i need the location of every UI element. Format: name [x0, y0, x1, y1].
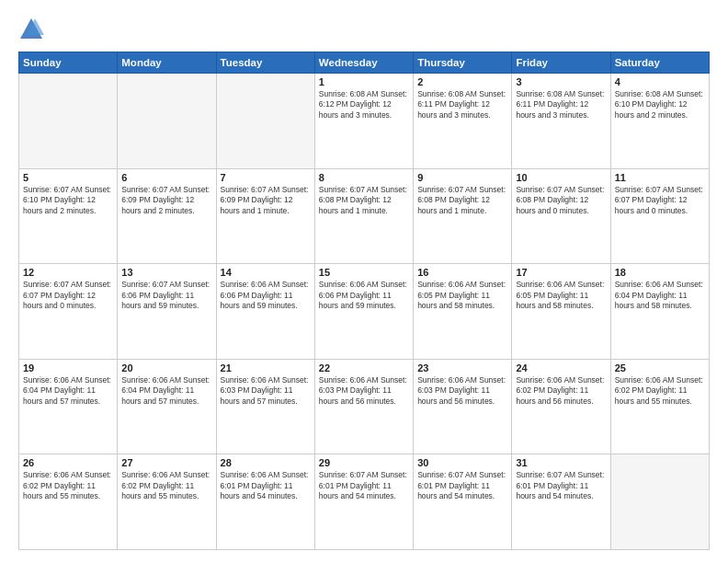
day-number: 16 [417, 267, 507, 278]
day-cell: 31Sunrise: 6:07 AM Sunset: 6:01 PM Dayli… [512, 454, 610, 550]
day-info: Sunrise: 6:07 AM Sunset: 6:01 PM Dayligh… [417, 470, 507, 501]
day-number: 26 [23, 457, 113, 468]
day-cell: 24Sunrise: 6:06 AM Sunset: 6:02 PM Dayli… [512, 359, 610, 454]
day-cell [610, 454, 709, 550]
day-cell: 25Sunrise: 6:06 AM Sunset: 6:02 PM Dayli… [610, 359, 709, 454]
day-info: Sunrise: 6:07 AM Sunset: 6:06 PM Dayligh… [121, 280, 211, 311]
day-cell: 12Sunrise: 6:07 AM Sunset: 6:07 PM Dayli… [19, 264, 118, 360]
day-info: Sunrise: 6:07 AM Sunset: 6:01 PM Dayligh… [516, 470, 606, 501]
day-number: 21 [221, 362, 311, 373]
day-number: 28 [221, 457, 311, 468]
day-cell: 4Sunrise: 6:08 AM Sunset: 6:10 PM Daylig… [610, 74, 709, 169]
day-info: Sunrise: 6:07 AM Sunset: 6:09 PM Dayligh… [221, 185, 311, 216]
day-cell: 27Sunrise: 6:06 AM Sunset: 6:02 PM Dayli… [118, 454, 216, 550]
day-info: Sunrise: 6:06 AM Sunset: 6:06 PM Dayligh… [221, 280, 311, 311]
day-number: 2 [417, 76, 507, 87]
day-number: 25 [615, 362, 705, 373]
day-cell: 23Sunrise: 6:06 AM Sunset: 6:03 PM Dayli… [414, 359, 512, 454]
day-number: 27 [121, 457, 211, 468]
day-cell: 14Sunrise: 6:06 AM Sunset: 6:06 PM Dayli… [216, 264, 314, 360]
day-info: Sunrise: 6:07 AM Sunset: 6:10 PM Dayligh… [23, 185, 113, 216]
weekday-header-row: SundayMondayTuesdayWednesdayThursdayFrid… [19, 52, 710, 74]
day-cell: 6Sunrise: 6:07 AM Sunset: 6:09 PM Daylig… [118, 168, 216, 264]
day-info: Sunrise: 6:06 AM Sunset: 6:04 PM Dayligh… [121, 375, 211, 407]
day-info: Sunrise: 6:06 AM Sunset: 6:03 PM Dayligh… [417, 375, 507, 407]
week-row-1: 1Sunrise: 6:08 AM Sunset: 6:12 PM Daylig… [19, 74, 710, 169]
day-cell: 7Sunrise: 6:07 AM Sunset: 6:09 PM Daylig… [216, 168, 314, 264]
day-info: Sunrise: 6:07 AM Sunset: 6:08 PM Dayligh… [319, 185, 409, 216]
day-number: 19 [23, 362, 113, 373]
day-number: 23 [417, 362, 507, 373]
weekday-friday: Friday [512, 52, 610, 74]
day-info: Sunrise: 6:06 AM Sunset: 6:05 PM Dayligh… [417, 280, 507, 311]
day-number: 5 [23, 172, 113, 183]
day-info: Sunrise: 6:08 AM Sunset: 6:11 PM Dayligh… [516, 89, 606, 121]
day-number: 7 [221, 172, 311, 183]
day-cell [118, 74, 216, 169]
day-cell: 11Sunrise: 6:07 AM Sunset: 6:07 PM Dayli… [610, 168, 709, 264]
logo-icon [18, 17, 44, 42]
weekday-tuesday: Tuesday [216, 52, 314, 74]
day-number: 4 [615, 76, 705, 87]
day-cell: 8Sunrise: 6:07 AM Sunset: 6:08 PM Daylig… [314, 168, 413, 264]
day-info: Sunrise: 6:08 AM Sunset: 6:10 PM Dayligh… [615, 89, 705, 121]
day-number: 15 [319, 267, 409, 278]
day-info: Sunrise: 6:08 AM Sunset: 6:12 PM Dayligh… [319, 89, 409, 121]
day-info: Sunrise: 6:06 AM Sunset: 6:03 PM Dayligh… [221, 375, 311, 407]
day-info: Sunrise: 6:08 AM Sunset: 6:11 PM Dayligh… [417, 89, 507, 121]
day-number: 17 [516, 267, 606, 278]
day-number: 3 [516, 76, 606, 87]
day-info: Sunrise: 6:07 AM Sunset: 6:07 PM Dayligh… [23, 280, 113, 311]
day-info: Sunrise: 6:06 AM Sunset: 6:02 PM Dayligh… [121, 470, 211, 501]
day-cell: 3Sunrise: 6:08 AM Sunset: 6:11 PM Daylig… [512, 74, 610, 169]
day-number: 6 [121, 172, 211, 183]
day-info: Sunrise: 6:07 AM Sunset: 6:01 PM Dayligh… [319, 470, 409, 501]
day-cell: 13Sunrise: 6:07 AM Sunset: 6:06 PM Dayli… [118, 264, 216, 360]
day-cell: 5Sunrise: 6:07 AM Sunset: 6:10 PM Daylig… [19, 168, 118, 264]
day-number: 29 [319, 457, 409, 468]
day-number: 22 [319, 362, 409, 373]
day-cell: 21Sunrise: 6:06 AM Sunset: 6:03 PM Dayli… [216, 359, 314, 454]
weekday-monday: Monday [118, 52, 216, 74]
week-row-5: 26Sunrise: 6:06 AM Sunset: 6:02 PM Dayli… [19, 454, 710, 550]
page: SundayMondayTuesdayWednesdayThursdayFrid… [0, 0, 728, 563]
day-info: Sunrise: 6:06 AM Sunset: 6:02 PM Dayligh… [615, 375, 705, 407]
day-number: 20 [121, 362, 211, 373]
day-info: Sunrise: 6:06 AM Sunset: 6:02 PM Dayligh… [23, 470, 113, 501]
day-cell: 29Sunrise: 6:07 AM Sunset: 6:01 PM Dayli… [314, 454, 413, 550]
day-cell: 1Sunrise: 6:08 AM Sunset: 6:12 PM Daylig… [314, 74, 413, 169]
week-row-2: 5Sunrise: 6:07 AM Sunset: 6:10 PM Daylig… [19, 168, 710, 264]
day-cell: 30Sunrise: 6:07 AM Sunset: 6:01 PM Dayli… [414, 454, 512, 550]
day-cell: 26Sunrise: 6:06 AM Sunset: 6:02 PM Dayli… [19, 454, 118, 550]
day-info: Sunrise: 6:07 AM Sunset: 6:07 PM Dayligh… [615, 185, 705, 216]
day-cell: 18Sunrise: 6:06 AM Sunset: 6:04 PM Dayli… [610, 264, 709, 360]
day-number: 9 [417, 172, 507, 183]
day-info: Sunrise: 6:06 AM Sunset: 6:03 PM Dayligh… [319, 375, 409, 407]
day-info: Sunrise: 6:06 AM Sunset: 6:04 PM Dayligh… [615, 280, 705, 311]
day-info: Sunrise: 6:07 AM Sunset: 6:08 PM Dayligh… [417, 185, 507, 216]
day-number: 12 [23, 267, 113, 278]
day-cell [216, 74, 314, 169]
day-cell: 16Sunrise: 6:06 AM Sunset: 6:05 PM Dayli… [414, 264, 512, 360]
day-number: 8 [319, 172, 409, 183]
header [18, 17, 710, 42]
day-info: Sunrise: 6:06 AM Sunset: 6:06 PM Dayligh… [319, 280, 409, 311]
weekday-thursday: Thursday [414, 52, 512, 74]
day-info: Sunrise: 6:06 AM Sunset: 6:01 PM Dayligh… [221, 470, 311, 501]
day-number: 24 [516, 362, 606, 373]
day-cell: 22Sunrise: 6:06 AM Sunset: 6:03 PM Dayli… [314, 359, 413, 454]
day-cell: 17Sunrise: 6:06 AM Sunset: 6:05 PM Dayli… [512, 264, 610, 360]
day-info: Sunrise: 6:07 AM Sunset: 6:08 PM Dayligh… [516, 185, 606, 216]
day-number: 10 [516, 172, 606, 183]
day-number: 31 [516, 457, 606, 468]
day-number: 18 [615, 267, 705, 278]
day-info: Sunrise: 6:06 AM Sunset: 6:05 PM Dayligh… [516, 280, 606, 311]
day-info: Sunrise: 6:06 AM Sunset: 6:04 PM Dayligh… [23, 375, 113, 407]
day-info: Sunrise: 6:07 AM Sunset: 6:09 PM Dayligh… [121, 185, 211, 216]
day-cell: 20Sunrise: 6:06 AM Sunset: 6:04 PM Dayli… [118, 359, 216, 454]
weekday-saturday: Saturday [610, 52, 709, 74]
week-row-4: 19Sunrise: 6:06 AM Sunset: 6:04 PM Dayli… [19, 359, 710, 454]
day-cell: 19Sunrise: 6:06 AM Sunset: 6:04 PM Dayli… [19, 359, 118, 454]
day-cell [19, 74, 118, 169]
logo [18, 17, 48, 42]
